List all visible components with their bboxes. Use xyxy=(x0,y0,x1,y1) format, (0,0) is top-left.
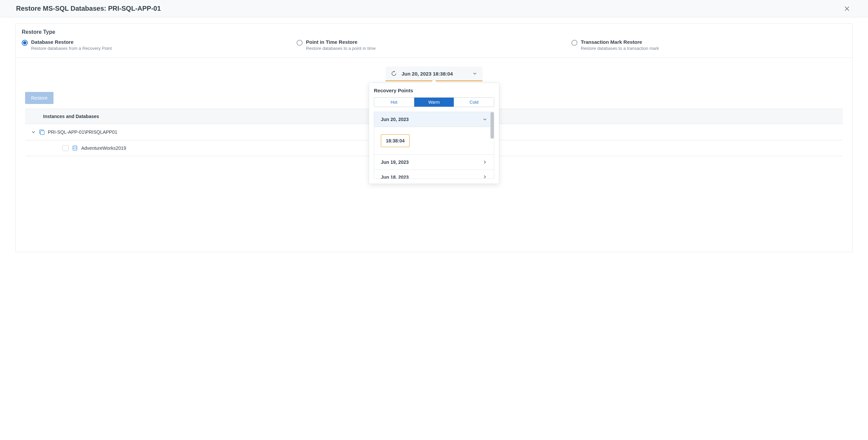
date-row[interactable]: Jun 20, 2023 xyxy=(374,112,494,127)
restore-panel: Restore Type Database Restore Restore da… xyxy=(16,23,852,252)
recovery-points-popover: Recovery Points Hot Warm Cold Jun 20, 20… xyxy=(369,83,499,184)
segment-hot[interactable]: Hot xyxy=(374,98,414,107)
date-label: Jun 18, 2023 xyxy=(381,175,409,179)
content-area: Jun 20, 2023 18:38:04 Restore Instances … xyxy=(16,58,852,239)
time-chip[interactable]: 18:38:04 xyxy=(381,134,410,147)
radio-icon xyxy=(571,40,578,46)
dates-list[interactable]: Jun 20, 2023 18:38:04 Jun 19, 2023 Jun 1… xyxy=(374,112,494,179)
chevron-down-icon xyxy=(472,71,477,76)
date-label: Jun 20, 2023 xyxy=(381,117,409,122)
instance-name: PRI-SQL-APP-01\PRISQLAPP01 xyxy=(48,129,117,135)
time-chips: 18:38:04 xyxy=(374,127,494,155)
radio-icon xyxy=(297,40,303,46)
restore-type-label: Transaction Mark Restore xyxy=(581,39,659,45)
temperature-segment: Hot Warm Cold xyxy=(374,97,494,107)
scrollbar-thumb[interactable] xyxy=(491,112,494,139)
radio-icon xyxy=(22,40,28,46)
server-stack-icon xyxy=(38,129,45,135)
date-row[interactable]: Jun 18, 2023 xyxy=(374,170,494,179)
segment-cold[interactable]: Cold xyxy=(454,98,494,107)
chevron-right-icon xyxy=(483,160,487,164)
close-icon[interactable] xyxy=(842,5,852,12)
chevron-down-icon[interactable] xyxy=(31,130,36,134)
restore-type-database[interactable]: Database Restore Restore databases from … xyxy=(22,39,297,51)
database-checkbox[interactable] xyxy=(63,145,68,151)
restore-type-desc: Restore databases to a transaction mark xyxy=(581,46,659,51)
database-icon xyxy=(72,145,78,151)
modal-header: Restore MS-SQL Databases: PRI-SQL-APP-01 xyxy=(0,0,868,18)
svg-point-2 xyxy=(73,146,77,148)
svg-rect-1 xyxy=(40,131,44,135)
popover-title: Recovery Points xyxy=(374,88,494,93)
restore-button[interactable]: Restore xyxy=(25,92,54,104)
selected-datetime: Jun 20, 2023 18:38:04 xyxy=(402,71,468,76)
database-name: AdventureWorks2019 xyxy=(81,146,126,151)
restore-type-label: Point in Time Restore xyxy=(306,39,375,45)
date-row[interactable]: Jun 19, 2023 xyxy=(374,155,494,170)
chevron-down-icon xyxy=(483,117,487,122)
date-label: Jun 19, 2023 xyxy=(381,159,409,165)
restore-type-pit[interactable]: Point in Time Restore Restore databases … xyxy=(297,39,571,51)
refresh-icon xyxy=(391,70,397,76)
restore-type-label: Database Restore xyxy=(31,39,112,45)
restore-type-group: Database Restore Restore databases from … xyxy=(16,39,852,58)
restore-type-txn-mark[interactable]: Transaction Mark Restore Restore databas… xyxy=(571,39,846,51)
segment-warm[interactable]: Warm xyxy=(414,98,455,107)
restore-type-desc: Restore databases from a Recovery Point xyxy=(31,46,112,51)
restore-type-heading: Restore Type xyxy=(16,24,852,39)
restore-type-desc: Restore databases to a point in time xyxy=(306,46,375,51)
chevron-right-icon xyxy=(483,175,487,179)
modal-title: Restore MS-SQL Databases: PRI-SQL-APP-01 xyxy=(16,5,161,12)
